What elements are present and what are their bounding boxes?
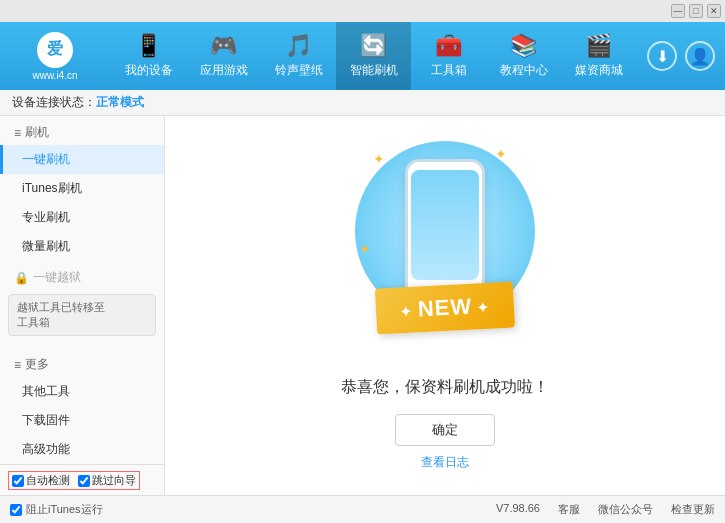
itunes-block-checkbox[interactable] <box>10 504 22 516</box>
itunes-status-label: 阻止iTunes运行 <box>26 502 103 517</box>
nav-smart-flash[interactable]: 🔄 智能刷机 <box>336 22 411 90</box>
sidebar-section-more: ≡ 更多 <box>0 348 164 377</box>
version-label: V7.98.66 <box>496 502 540 517</box>
toolbox-icon: 🧰 <box>435 33 462 59</box>
footer-right: V7.98.66 客服 微信公众号 检查更新 <box>496 502 715 517</box>
status-bar: 设备连接状态： 正常模式 <box>0 90 725 116</box>
nav-apps-games-label: 应用游戏 <box>200 62 248 79</box>
logo-subtitle: www.i4.cn <box>32 70 77 81</box>
check-update-link[interactable]: 检查更新 <box>671 502 715 517</box>
sidebar-item-restore-flash[interactable]: 微量刷机 <box>0 232 164 261</box>
auto-detect-label[interactable]: 自动检测 <box>12 473 70 488</box>
sidebar-section-jailbreak: 🔒 一键越狱 <box>0 261 164 290</box>
nav-media-store-label: 媒资商城 <box>575 62 623 79</box>
sparkle-1: ✦ <box>373 151 385 167</box>
my-device-icon: 📱 <box>135 33 162 59</box>
flash-section-icon: ≡ <box>14 126 21 140</box>
smart-flash-icon: 🔄 <box>360 33 387 59</box>
auto-detect-text: 自动检测 <box>26 473 70 488</box>
sparkle-2: ✦ <box>495 146 507 162</box>
sparkle-3: ✦ <box>359 241 371 257</box>
confirm-button[interactable]: 确定 <box>395 414 495 446</box>
jailbreak-notice: 越狱工具已转移至工具箱 <box>8 294 156 336</box>
view-log-link[interactable]: 查看日志 <box>421 454 469 471</box>
header-right: ⬇ 👤 <box>647 41 715 71</box>
new-banner: NEW <box>375 281 515 334</box>
phone-screen <box>411 170 479 280</box>
title-bar: — □ ✕ <box>0 0 725 22</box>
logo-icon: 爱 <box>37 32 73 68</box>
nav-bar: 📱 我的设备 🎮 应用游戏 🎵 铃声壁纸 🔄 智能刷机 🧰 工具箱 📚 教程中心… <box>100 22 647 90</box>
wechat-public-link[interactable]: 微信公众号 <box>598 502 653 517</box>
ringtones-icon: 🎵 <box>285 33 312 59</box>
sidebar-item-advanced[interactable]: 高级功能 <box>0 435 164 464</box>
tutorials-icon: 📚 <box>510 33 537 59</box>
nav-my-device[interactable]: 📱 我的设备 <box>111 22 186 90</box>
nav-toolbox[interactable]: 🧰 工具箱 <box>411 22 486 90</box>
jailbreak-lock-icon: 🔒 <box>14 271 29 285</box>
footer-left: 阻止iTunes运行 <box>10 502 103 517</box>
more-section-icon: ≡ <box>14 358 21 372</box>
nav-ringtones[interactable]: 🎵 铃声壁纸 <box>261 22 336 90</box>
nav-apps-games[interactable]: 🎮 应用游戏 <box>186 22 261 90</box>
sidebar-item-pro-flash[interactable]: 专业刷机 <box>0 203 164 232</box>
nav-tutorials[interactable]: 📚 教程中心 <box>486 22 561 90</box>
sidebar-item-download-firmware[interactable]: 下载固件 <box>0 406 164 435</box>
status-label: 设备连接状态： <box>12 94 96 111</box>
sidebar-item-other-tools[interactable]: 其他工具 <box>0 377 164 406</box>
nav-smart-flash-label: 智能刷机 <box>350 62 398 79</box>
more-section-label: 更多 <box>25 356 49 373</box>
main-area: ≡ 刷机 一键刷机 iTunes刷机 专业刷机 微量刷机 🔒 一键越狱 越狱工具… <box>0 116 725 495</box>
sidebar: ≡ 刷机 一键刷机 iTunes刷机 专业刷机 微量刷机 🔒 一键越狱 越狱工具… <box>0 116 165 495</box>
maximize-button[interactable]: □ <box>689 4 703 18</box>
nav-toolbox-label: 工具箱 <box>431 62 467 79</box>
header: 爱 www.i4.cn 📱 我的设备 🎮 应用游戏 🎵 铃声壁纸 🔄 智能刷机 … <box>0 22 725 90</box>
main-content: ✦ ✦ ✦ NEW 恭喜您，保资料刷机成功啦！ 确定 查看日志 <box>165 116 725 495</box>
success-message: 恭喜您，保资料刷机成功啦！ <box>341 377 549 398</box>
checkbox-border: 自动检测 跳过向导 <box>8 471 140 490</box>
sidebar-item-one-click-flash[interactable]: 一键刷机 <box>0 145 164 174</box>
close-button[interactable]: ✕ <box>707 4 721 18</box>
flash-section-label: 刷机 <box>25 124 49 141</box>
skip-wizard-checkbox[interactable] <box>78 475 90 487</box>
sidebar-device-section: 自动检测 跳过向导 📱 iPhone 12 mini 64GB Down-12m… <box>0 464 164 495</box>
nav-tutorials-label: 教程中心 <box>500 62 548 79</box>
customer-service-link[interactable]: 客服 <box>558 502 580 517</box>
phone-illustration: ✦ ✦ ✦ NEW <box>345 141 545 361</box>
checkbox-row: 自动检测 跳过向导 <box>8 471 156 491</box>
skip-wizard-label[interactable]: 跳过向导 <box>78 473 136 488</box>
nav-ringtones-label: 铃声壁纸 <box>275 62 323 79</box>
device-name: 📱 iPhone 12 mini <box>8 495 156 496</box>
jailbreak-label: 一键越狱 <box>33 269 81 286</box>
sidebar-section-flash: ≡ 刷机 <box>0 116 164 145</box>
status-value: 正常模式 <box>96 94 144 111</box>
download-button[interactable]: ⬇ <box>647 41 677 71</box>
minimize-button[interactable]: — <box>671 4 685 18</box>
auto-detect-checkbox[interactable] <box>12 475 24 487</box>
user-button[interactable]: 👤 <box>685 41 715 71</box>
skip-wizard-text: 跳过向导 <box>92 473 136 488</box>
footer: 阻止iTunes运行 V7.98.66 客服 微信公众号 检查更新 <box>0 495 725 523</box>
sidebar-item-itunes-flash[interactable]: iTunes刷机 <box>0 174 164 203</box>
device-icon: 📱 <box>8 495 23 496</box>
nav-my-device-label: 我的设备 <box>125 62 173 79</box>
logo-area[interactable]: 爱 www.i4.cn <box>10 32 100 81</box>
media-store-icon: 🎬 <box>585 33 612 59</box>
nav-media-store[interactable]: 🎬 媒资商城 <box>561 22 636 90</box>
apps-games-icon: 🎮 <box>210 33 237 59</box>
